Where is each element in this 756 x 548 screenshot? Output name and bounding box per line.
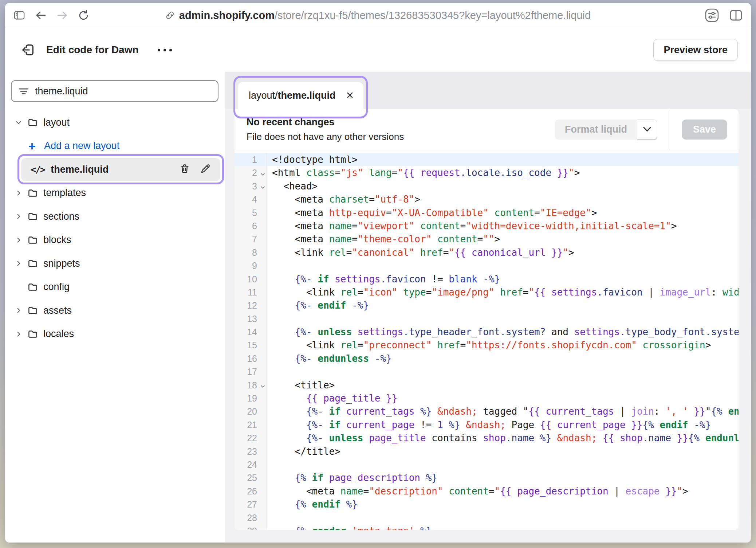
line-number[interactable]: 19	[235, 392, 267, 405]
code-line[interactable]: 17	[235, 365, 739, 378]
tab-theme-liquid[interactable]: layout/theme.liquid ✕	[238, 82, 363, 109]
code-line[interactable]: 29 {% render 'meta-tags' %}	[235, 524, 739, 530]
code-line[interactable]: 9	[235, 259, 739, 272]
fold-toggle-icon[interactable]	[260, 167, 266, 180]
sidebar-item-sections[interactable]: sections	[5, 205, 225, 228]
code-line[interactable]: 16 {%- endunless -%}	[235, 352, 739, 365]
split-view-icon[interactable]	[729, 9, 743, 21]
line-number[interactable]: 17	[235, 365, 267, 378]
line-number[interactable]: 27	[235, 498, 267, 511]
code-line[interactable]: 14 {%- unless settings.type_header_font.…	[235, 325, 739, 338]
code-line[interactable]: 21 {%- if current_page != 1 %} &ndash; P…	[235, 418, 739, 431]
code-line[interactable]: 24	[235, 458, 739, 471]
code-line[interactable]: 28	[235, 511, 739, 524]
plus-icon: +	[28, 141, 39, 151]
sidebar-item-templates[interactable]: templates	[5, 181, 225, 205]
line-number[interactable]: 3	[235, 180, 267, 193]
code-line[interactable]: 8 <link rel="canonical" href="{{ canonic…	[235, 246, 739, 259]
line-number[interactable]: 28	[235, 511, 267, 524]
preview-store-button[interactable]: Preview store	[653, 39, 738, 61]
reload-icon[interactable]	[78, 10, 89, 21]
code-line[interactable]: 6 <meta name="viewport" content="width=d…	[235, 219, 739, 232]
sidebar-item-assets[interactable]: assets	[5, 299, 225, 322]
fold-toggle-icon[interactable]	[260, 380, 266, 393]
code-line[interactable]: 19 {{ page_title }}	[235, 392, 739, 405]
add-new-layout-link[interactable]: +Add a new layout	[5, 134, 225, 158]
code-line[interactable]: 13	[235, 312, 739, 325]
chevron-right-icon[interactable]	[15, 306, 23, 314]
code-line[interactable]: 10 {%- if settings.favicon != blank -%}	[235, 273, 739, 286]
line-number[interactable]: 22	[235, 431, 267, 445]
sidebar-item-blocks[interactable]: blocks	[5, 228, 225, 252]
line-number[interactable]: 6	[235, 219, 267, 232]
line-number[interactable]: 4	[235, 193, 267, 206]
format-dropdown-button[interactable]	[637, 120, 657, 140]
tune-icon[interactable]	[704, 8, 720, 23]
line-number[interactable]: 12	[235, 299, 267, 312]
code-file-icon: </>	[31, 164, 45, 175]
code-line-content: <title>	[267, 379, 739, 392]
code-line[interactable]: 23 </title>	[235, 445, 739, 458]
chevron-right-icon[interactable]	[15, 259, 23, 267]
line-number[interactable]: 20	[235, 405, 267, 418]
line-number[interactable]: 2	[235, 166, 267, 179]
file-search-input[interactable]: theme.liquid	[11, 80, 218, 102]
exit-icon[interactable]	[20, 42, 36, 58]
more-menu-icon[interactable]	[154, 45, 176, 55]
code-line[interactable]: 27 {% endif %}	[235, 498, 739, 511]
trash-icon[interactable]	[179, 163, 190, 176]
code-line[interactable]: 25 {% if page_description %}	[235, 471, 739, 484]
selected-file-item[interactable]: </>theme.liquid	[21, 158, 220, 181]
code-line[interactable]: 5 <meta http-equiv="X-UA-Compatible" con…	[235, 206, 739, 219]
line-number[interactable]: 23	[235, 445, 267, 458]
code-line[interactable]: 26 <meta name="description" content="{{ …	[235, 485, 739, 498]
chevron-right-icon[interactable]	[15, 236, 23, 244]
line-number[interactable]: 9	[235, 259, 267, 272]
code-line[interactable]: 12 {%- endif -%}	[235, 299, 739, 312]
sidebar-item-locales[interactable]: locales	[5, 322, 225, 346]
line-number[interactable]: 8	[235, 246, 267, 259]
code-line[interactable]: 15 <link rel="preconnect" href="https://…	[235, 338, 739, 352]
line-number[interactable]: 26	[235, 485, 267, 498]
line-number[interactable]: 5	[235, 206, 267, 219]
chevron-right-icon[interactable]	[15, 189, 23, 197]
sidebar-item-snippets[interactable]: snippets	[5, 252, 225, 275]
line-number[interactable]: 7	[235, 232, 267, 246]
sidebar-file-theme.liquid[interactable]: </>theme.liquid	[5, 158, 225, 181]
chevron-down-icon[interactable]	[15, 118, 23, 126]
code-line[interactable]: 20 {%- if current_tags %} &ndash; tagged…	[235, 405, 739, 418]
code-line[interactable]: 18 <title>	[235, 379, 739, 392]
chevron-right-icon[interactable]	[15, 212, 23, 220]
code-line-content: {%- if settings.favicon != blank -%}	[267, 273, 739, 286]
fold-toggle-icon[interactable]	[260, 181, 266, 194]
code-line[interactable]: 22 {%- unless page_title contains shop.n…	[235, 431, 739, 445]
code-editor[interactable]: 1<!doctype html>2<html class="js" lang="…	[235, 150, 739, 530]
line-number[interactable]: 16	[235, 352, 267, 365]
back-icon[interactable]	[35, 10, 46, 21]
line-number[interactable]: 11	[235, 286, 267, 299]
line-number[interactable]: 29	[235, 524, 267, 530]
line-number[interactable]: 10	[235, 273, 267, 286]
sidebar-toggle-icon[interactable]	[14, 10, 25, 21]
chevron-right-icon[interactable]	[15, 330, 23, 338]
pencil-icon[interactable]	[200, 163, 211, 176]
code-line[interactable]: 7 <meta name="theme-color" content="">	[235, 232, 739, 246]
line-number[interactable]: 15	[235, 338, 267, 352]
sidebar-item-config[interactable]: config	[5, 275, 225, 299]
code-line[interactable]: 3 <head>	[235, 180, 739, 193]
line-number[interactable]: 24	[235, 458, 267, 471]
code-line[interactable]: 2<html class="js" lang="{{ request.local…	[235, 166, 739, 179]
line-number[interactable]: 13	[235, 312, 267, 325]
code-line[interactable]: 1<!doctype html>	[235, 153, 739, 166]
sidebar-item-layout[interactable]: layout	[5, 111, 225, 134]
line-number[interactable]: 25	[235, 471, 267, 484]
code-line[interactable]: 11 <link rel="icon" type="image/png" hre…	[235, 286, 739, 299]
line-number[interactable]: 1	[235, 153, 267, 166]
line-number[interactable]: 18	[235, 379, 267, 392]
address-bar[interactable]: admin.shopify.com/store/rzq1xu-f5/themes…	[165, 3, 591, 28]
code-line[interactable]: 4 <meta charset="utf-8">	[235, 193, 739, 206]
line-number[interactable]: 21	[235, 418, 267, 431]
close-tab-icon[interactable]: ✕	[346, 91, 354, 101]
url-path: /store/rzq1xu-f5/themes/132683530345?key…	[275, 9, 591, 21]
line-number[interactable]: 14	[235, 325, 267, 338]
